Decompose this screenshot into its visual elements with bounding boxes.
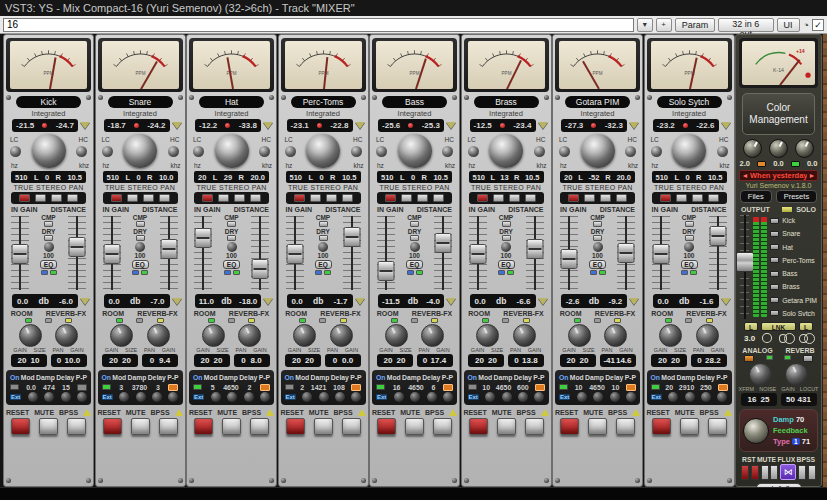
pan-knob[interactable] <box>215 134 249 168</box>
cmp-button[interactable] <box>593 221 602 227</box>
pan-mode-button[interactable] <box>385 194 396 202</box>
solo-channel-button[interactable] <box>770 244 779 250</box>
pan-mode-button[interactable] <box>310 194 321 202</box>
expand-triangle-icon[interactable] <box>263 298 273 305</box>
stereo-wide-icon[interactable] <box>799 334 808 343</box>
program-input[interactable] <box>3 18 634 32</box>
damp-knob[interactable] <box>319 392 329 402</box>
pan-knob[interactable] <box>672 134 706 168</box>
dry-button[interactable] <box>685 235 694 241</box>
in-gain-fader-cap[interactable] <box>286 244 303 264</box>
output-fader-cap[interactable] <box>736 252 754 272</box>
distance-fader[interactable] <box>709 216 727 290</box>
distance-fader[interactable] <box>526 216 544 290</box>
in-gain-fader-cap[interactable] <box>652 244 669 264</box>
expand-triangle-icon[interactable] <box>355 122 365 129</box>
distance-fader[interactable] <box>343 216 361 290</box>
room-led[interactable] <box>299 318 306 323</box>
high-cut-knob[interactable] <box>625 146 636 157</box>
param-button[interactable]: Param <box>675 18 716 32</box>
link-left-button[interactable]: L <box>744 322 758 331</box>
reverb-fx-send-led[interactable] <box>523 318 530 323</box>
bpss-button[interactable] <box>616 418 635 435</box>
bpss-button[interactable] <box>525 418 544 435</box>
reverb-fx-knob[interactable] <box>330 324 353 347</box>
high-cut-knob[interactable] <box>168 146 179 157</box>
solo-channel-button[interactable] <box>770 231 779 237</box>
high-cut-knob[interactable] <box>76 146 87 157</box>
low-cut-knob[interactable] <box>376 146 387 157</box>
damp-knob[interactable] <box>227 392 237 402</box>
cmp-button[interactable] <box>136 221 145 227</box>
distance-fader[interactable] <box>617 216 635 290</box>
bpss-button[interactable] <box>808 465 816 480</box>
pan-knob[interactable] <box>32 134 66 168</box>
delay-on-led[interactable] <box>102 384 111 390</box>
eq-button[interactable]: EQ <box>132 260 149 269</box>
pan-mode-button[interactable] <box>600 194 611 202</box>
room-led[interactable] <box>574 318 581 323</box>
expand-triangle-icon[interactable] <box>80 298 90 305</box>
delay-knob[interactable] <box>61 392 71 402</box>
in-gain-fader[interactable] <box>194 216 212 290</box>
rst-button[interactable] <box>751 465 759 480</box>
mute-button[interactable] <box>405 418 424 435</box>
pp-knob[interactable] <box>534 392 544 402</box>
pp-knob[interactable] <box>260 392 270 402</box>
mute-button[interactable] <box>588 418 607 435</box>
ext-button[interactable]: Ext <box>193 394 204 400</box>
pp-button[interactable] <box>260 384 270 391</box>
distance-fader-cap[interactable] <box>69 237 86 257</box>
delay-on-led[interactable] <box>559 384 568 390</box>
low-cut-knob[interactable] <box>102 146 113 157</box>
distance-fader-cap[interactable] <box>435 233 452 253</box>
pan-mode-button[interactable] <box>708 194 719 202</box>
reverb-knob[interactable] <box>785 363 808 386</box>
pan-mode-button[interactable] <box>616 194 627 202</box>
pan-mode-button[interactable] <box>584 194 595 202</box>
distance-fader-cap[interactable] <box>252 259 269 279</box>
reset-button[interactable] <box>11 418 30 435</box>
pan-mode-button[interactable] <box>294 194 305 202</box>
pp-knob[interactable] <box>443 392 453 402</box>
room-led[interactable] <box>665 318 672 323</box>
channel-name[interactable]: Hat <box>199 96 264 108</box>
stereo-icon[interactable] <box>779 334 788 343</box>
reset-button[interactable] <box>103 418 122 435</box>
pan-mode-button[interactable] <box>127 194 138 202</box>
eq-button[interactable]: EQ <box>681 260 698 269</box>
expand-triangle-icon[interactable] <box>721 122 731 129</box>
cmp-amount-knob[interactable] <box>501 242 511 252</box>
cmp-button[interactable] <box>685 221 694 227</box>
low-cut-knob[interactable] <box>193 146 204 157</box>
room-knob[interactable] <box>659 324 682 347</box>
eq-button[interactable]: EQ <box>223 260 240 269</box>
cmp-amount-knob[interactable] <box>135 242 145 252</box>
bpss-button[interactable] <box>67 418 86 435</box>
solo-channel-button[interactable] <box>770 310 779 316</box>
distance-fader-cap[interactable] <box>709 226 726 246</box>
delay-on-led[interactable] <box>468 384 477 390</box>
delay-knob[interactable] <box>335 392 345 402</box>
eq-button[interactable]: EQ <box>315 260 332 269</box>
high-cut-knob[interactable] <box>351 146 362 157</box>
ext-button[interactable]: Ext <box>285 394 296 400</box>
reverb-fx-send-led[interactable] <box>614 318 621 323</box>
files-button[interactable]: Files <box>740 190 772 203</box>
delay-knob[interactable] <box>152 392 162 402</box>
reverb-fx-send-led[interactable] <box>157 318 164 323</box>
delay-on-led[interactable] <box>193 384 202 390</box>
reverb-fx-knob[interactable] <box>513 324 536 347</box>
solo-master-button[interactable] <box>781 206 793 213</box>
solo-channel-button[interactable] <box>770 284 779 290</box>
pan-knob[interactable] <box>489 134 523 168</box>
expand-triangle-icon[interactable] <box>629 122 639 129</box>
mod-knob[interactable] <box>119 392 129 402</box>
distance-fader[interactable] <box>160 216 178 290</box>
reverb-fx-knob[interactable] <box>55 324 78 347</box>
delay-knob[interactable] <box>610 392 620 402</box>
reverb-fx-led[interactable] <box>594 318 601 323</box>
pp-knob[interactable] <box>626 392 636 402</box>
reverb-fx-knob[interactable] <box>696 324 719 347</box>
mod-knob[interactable] <box>577 392 587 402</box>
